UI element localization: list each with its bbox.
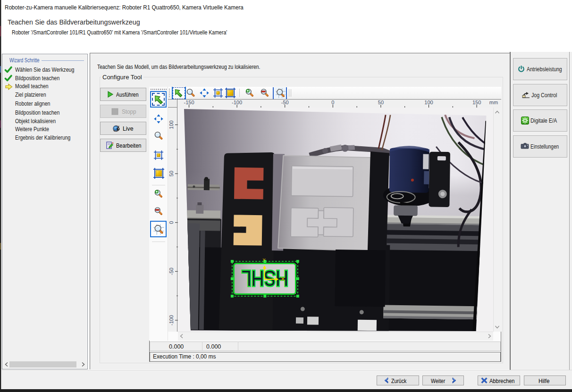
svg-text:100: 100	[424, 100, 433, 105]
svg-text:-100: -100	[168, 315, 174, 325]
svg-text:50: 50	[378, 100, 384, 105]
svg-text:0: 0	[331, 100, 334, 105]
svg-text:150: 150	[472, 100, 481, 105]
svg-text:100: 100	[168, 120, 174, 129]
svg-text:Y: Y	[263, 258, 266, 262]
svg-text:-50: -50	[281, 100, 289, 105]
svg-text:mm: mm	[489, 100, 498, 105]
svg-text:0: 0	[168, 221, 174, 224]
svg-text:-150: -150	[184, 100, 194, 105]
svg-text:-100: -100	[232, 100, 242, 105]
svg-text:50: 50	[168, 171, 174, 176]
svg-text:-50: -50	[168, 267, 174, 275]
